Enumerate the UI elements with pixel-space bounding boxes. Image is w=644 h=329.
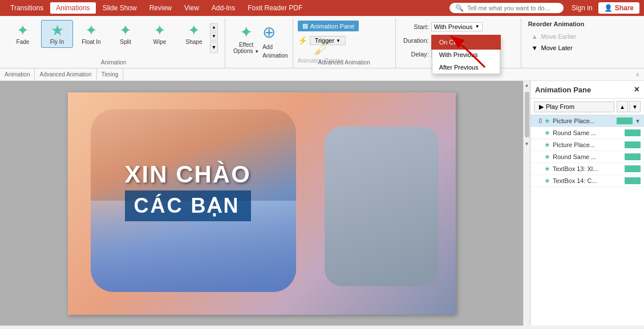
collapse-button[interactable]: ∧ [635,71,644,78]
scroll-down-arrow-icon[interactable]: ▼ [525,140,529,148]
animation-section-label: Animation [0,68,35,80]
slide[interactable]: XIN CHÀO CÁC BẠN [68,92,456,315]
anim-wipe[interactable]: ✦ Wipe [144,21,176,47]
pane-item-arrow-0[interactable]: ▼ [635,118,641,124]
advanced-animation-group: ▦ Animation Pane ⚡ Trigger ▼ 🖌 Animation… [293,18,396,68]
dropdown-on-click[interactable]: On Click [432,36,500,48]
reorder-group: Reorder Animation ▲ Move Earlier ▼ Move … [521,18,607,68]
search-bar[interactable]: 🔍 [449,3,564,13]
scroll-down-button[interactable]: ▼ [210,33,218,40]
effect-options-label: Options ▼ [233,48,259,54]
pane-item-3[interactable]: ★ Round Same ... [530,151,644,163]
anim-split[interactable]: ✦ Split [110,21,141,47]
timing-group: Start: With Previous ▼ On Click With Pre… [396,18,521,68]
search-input[interactable] [467,5,558,11]
move-later-icon: ▼ [532,44,538,51]
menu-item-slideshow[interactable]: Slide Show [97,2,143,14]
floatin-label: Float In [82,39,100,45]
pane-item-name-5: TextBox 14: C... [553,177,622,184]
fade-icon: ✦ [17,23,29,38]
dropdown-after-previous[interactable]: After Previous [432,61,500,74]
pane-item-star-4: ★ [544,165,550,173]
animation-pane-button[interactable]: ▦ Animation Pane [298,21,359,31]
pane-item-1[interactable]: ★ Round Same ... [530,127,644,139]
pane-item-4[interactable]: ★ TextBox 13: Xl... [530,163,644,175]
section-strip: Animation Advanced Animation Timing ∧ [0,68,644,81]
pane-green-bar-2 [625,141,641,148]
slide-right-shape [325,127,439,286]
pane-item-0[interactable]: 0 ★ Picture Place... ▼ [530,115,644,127]
effect-label: Effect [239,42,253,48]
start-dropdown-menu: On Click With Previous After Previous [432,35,500,74]
animation-scroll: ▲ ▼ ▼ [210,23,218,53]
anim-float-in[interactable]: ✦ Float In [75,21,107,47]
pane-down-button[interactable]: ▼ [629,101,641,112]
pane-item-star-3: ★ [544,153,550,161]
fade-label: Fade [17,39,30,45]
scroll-thumb[interactable] [525,92,529,137]
animation-group: ✦ Fade ★ Fly In ✦ Float In ✦ Split ✦ Wip… [2,18,225,68]
pane-green-bar-5 [625,177,641,184]
shape-icon: ✦ [188,23,200,38]
add-animation-group: ⊕ Add Animation [262,21,287,59]
close-pane-button[interactable]: × [634,84,639,95]
duration-label: Duration: [400,37,429,44]
pane-item-star-0: ★ [544,117,550,125]
share-button[interactable]: 👤 Share [598,2,639,14]
split-label: Split [120,39,131,45]
adv-top-row: ▦ Animation Pane [298,21,391,31]
pane-item-num-0: 0 [534,118,542,124]
move-earlier-icon: ▲ [532,33,538,40]
scroll-up-arrow-icon[interactable]: ▲ [525,81,529,90]
reorder-title: Reorder Animation [528,21,600,27]
scroll-up-button[interactable]: ▲ [210,23,218,31]
anim-fly-in[interactable]: ★ Fly In [41,20,73,48]
pane-controls: ▶ Play From ▲ ▼ [530,99,644,115]
pane-item-2[interactable]: ★ Picture Place... [530,139,644,151]
dropdown-with-previous[interactable]: With Previous [432,48,500,61]
start-dropdown[interactable]: With Previous ▼ On Click With Previous A… [431,22,483,31]
move-earlier-button[interactable]: ▲ Move Earlier [528,32,600,41]
share-icon: 👤 [604,4,613,12]
shape-label: Shape [186,39,202,45]
pane-green-bar-4 [625,165,641,172]
anim-fade[interactable]: ✦ Fade [7,21,39,47]
anim-shape[interactable]: ✦ Shape [178,21,210,47]
menu-item-transitions[interactable]: Transitions [5,2,49,14]
pane-navigation: ▲ ▼ [617,101,641,112]
advanced-animation-label: Advanced Animation [293,59,395,66]
search-icon: 🔍 [455,4,464,12]
pane-item-star-2: ★ [544,141,550,149]
start-row: Start: With Previous ▼ On Click With Pre… [400,21,516,33]
move-later-button[interactable]: ▼ Move Later [528,43,600,52]
sign-in-link[interactable]: Sign in [572,4,593,12]
pane-item-star-5: ★ [544,177,550,185]
pane-item-name-2: Picture Place... [553,141,622,148]
animation-pane: Animation Pane × ▶ Play From ▲ ▼ 0 ★ Pic… [530,81,644,326]
slide-subtitle: CÁC BẠN [134,194,242,218]
menu-item-addins[interactable]: Add-Ins [206,2,241,14]
add-animation-label2: Animation [262,52,287,59]
effect-options-button[interactable]: ✦ Effect Options ▼ [230,21,262,56]
menu-item-review[interactable]: Review [144,2,177,14]
effect-options-group: ✦ Effect Options ▼ ⊕ Add Animation [225,18,293,68]
pane-item-name-3: Round Same ... [553,153,622,160]
add-animation-icon[interactable]: ⊕ [262,23,287,42]
slide-area: XIN CHÀO CÁC BẠN [0,81,523,326]
menu-item-animations[interactable]: Animations [50,2,95,14]
menu-item-view[interactable]: View [179,2,205,14]
ribbon-bar: ✦ Fade ★ Fly In ✦ Float In ✦ Split ✦ Wip… [0,16,644,68]
menu-item-foxit[interactable]: Foxit Reader PDF [242,2,308,14]
menu-bar: Transitions Animations Slide Show Review… [0,0,644,16]
pane-item-name-4: TextBox 13: Xl... [553,165,622,172]
pane-item-name-0: Picture Place... [553,117,614,124]
pane-green-bar-0 [617,117,633,124]
slide-background: XIN CHÀO CÁC BẠN [68,92,456,315]
play-from-button[interactable]: ▶ Play From [534,101,614,112]
slide-text-area: XIN CHÀO CÁC BẠN [125,161,251,221]
expand-animations-button[interactable]: ▼ [210,42,218,53]
pane-item-5[interactable]: ★ TextBox 14: C... [530,175,644,187]
pane-up-button[interactable]: ▲ [617,101,628,112]
pane-item-star-1: ★ [544,129,550,137]
pane-item-name-1: Round Same ... [553,129,622,136]
